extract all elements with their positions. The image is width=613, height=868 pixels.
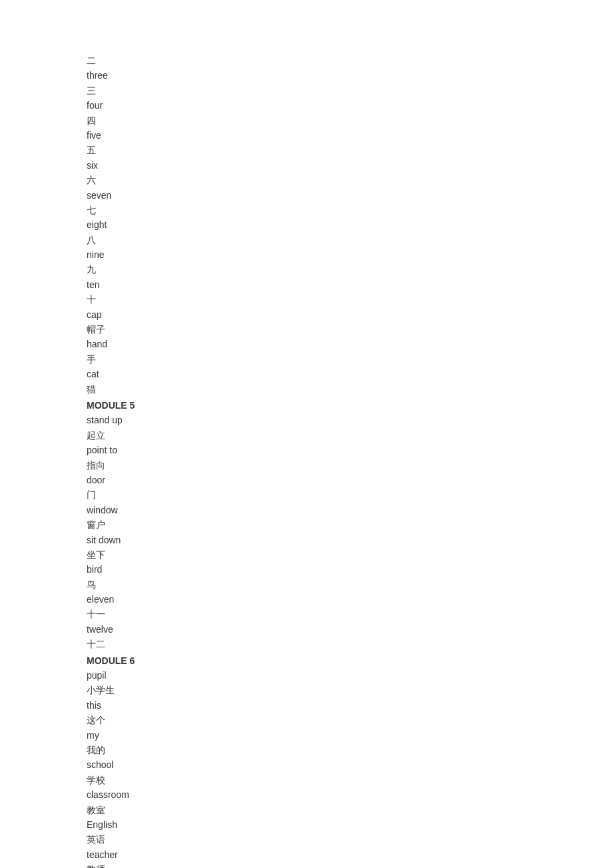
word-item: school (87, 757, 613, 772)
word-item: eleven (87, 592, 613, 607)
word-item: this (87, 698, 613, 713)
word-list: 二three三four四five五six六seven七eight八nine九te… (87, 53, 613, 868)
module-header: MODULE 5 (87, 398, 613, 413)
word-item: 学校 (87, 773, 613, 787)
word-item: English (87, 817, 613, 832)
word-item: 窗户 (87, 517, 613, 532)
word-item: point to (87, 443, 613, 457)
word-item: 小学生 (87, 683, 613, 697)
word-item: 四 (87, 113, 613, 128)
word-item: nine (87, 247, 613, 262)
word-item: 十一 (87, 607, 613, 621)
word-item: 三 (87, 83, 613, 98)
word-item: 六 (87, 173, 613, 187)
word-item: 门 (87, 487, 613, 502)
word-item: eight (87, 217, 613, 232)
word-item: 二 (87, 53, 613, 68)
word-item: 起立 (87, 428, 613, 443)
word-item: 这个 (87, 713, 613, 727)
word-item: 七 (87, 203, 613, 217)
word-item: four (87, 98, 613, 113)
word-item: ten (87, 277, 613, 292)
word-item: 猫 (87, 382, 613, 397)
word-item: 坐下 (87, 547, 613, 562)
module-header: MODULE 6 (87, 653, 613, 668)
word-item: my (87, 728, 613, 743)
word-item: 指向 (87, 458, 613, 473)
word-item: sit down (87, 533, 613, 547)
word-item: cat (87, 367, 613, 381)
word-item: hand (87, 337, 613, 351)
word-item: 帽子 (87, 322, 613, 337)
word-item: pupil (87, 668, 613, 683)
word-item: 九 (87, 262, 613, 277)
word-item: three (87, 68, 613, 83)
word-item: 十二 (87, 637, 613, 651)
main-content: 二three三four四five五six六seven七eight八nine九te… (0, 0, 613, 868)
word-item: six (87, 158, 613, 173)
word-item: window (87, 503, 613, 517)
word-item: 英语 (87, 832, 613, 847)
word-item: 教室 (87, 803, 613, 817)
word-item: 十 (87, 292, 613, 307)
word-item: stand up (87, 413, 613, 427)
word-item: bird (87, 562, 613, 577)
word-item: 五 (87, 143, 613, 157)
word-item: classroom (87, 787, 613, 802)
word-item: twelve (87, 622, 613, 637)
word-item: 鸟 (87, 577, 613, 592)
word-item: cap (87, 307, 613, 322)
word-item: seven (87, 188, 613, 203)
word-item: 八 (87, 233, 613, 247)
word-item: 教师 (87, 862, 613, 868)
word-item: teacher (87, 847, 613, 862)
word-item: 手 (87, 352, 613, 367)
word-item: 我的 (87, 743, 613, 757)
word-item: door (87, 473, 613, 487)
word-item: five (87, 128, 613, 143)
